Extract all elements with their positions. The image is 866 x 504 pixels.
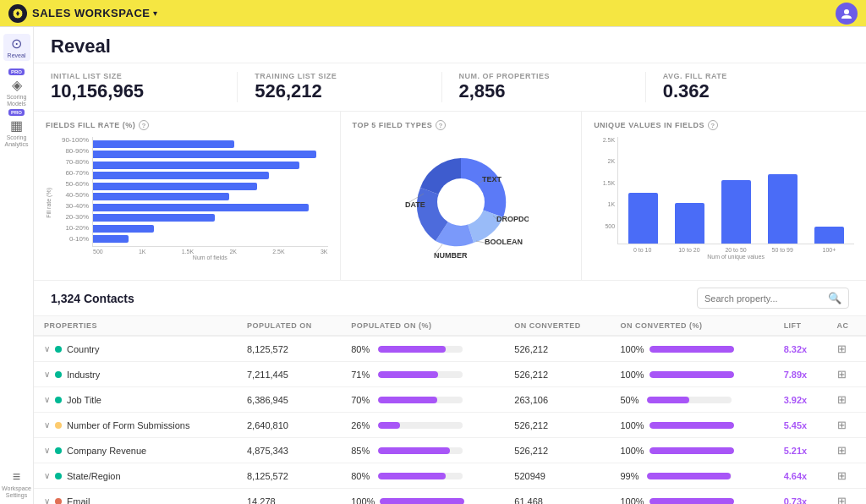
cell-action-1[interactable]: ⊞	[827, 362, 866, 387]
col-populated-on[interactable]: POPULATED ON	[237, 316, 341, 336]
sidebar-scoring-models-label: Scoring Models	[3, 94, 30, 107]
cell-on-converted-pct-0: 100%	[610, 336, 773, 362]
unique-values-x-axis-title: Num of unique values	[617, 254, 854, 260]
cell-on-converted-pct-2: 50%	[610, 387, 773, 413]
unique-values-chart-title: UNIQUE VALUES IN FIELDS ?	[594, 120, 854, 130]
svg-line-10	[476, 241, 485, 243]
populated-bar-0	[378, 346, 463, 353]
cell-on-converted-6: 61,468	[504, 489, 610, 505]
cell-on-converted-pct-1: 100%	[610, 362, 773, 387]
y-label-5: 40-50%	[55, 192, 92, 199]
content-area: Reveal INITIAL LIST SIZE 10,156,965 TRAI…	[34, 27, 866, 504]
cell-action-6[interactable]: ⊞	[827, 489, 866, 505]
unique-values-help-icon[interactable]: ?	[708, 120, 718, 130]
top-navbar: SALES WORKSPACE ▾	[0, 0, 866, 27]
col-on-converted[interactable]: ON CONVERTED	[504, 316, 610, 336]
properties-table: PROPERTIES POPULATED ON POPULATED ON (%)…	[34, 316, 866, 504]
sidebar-item-workspace-settings[interactable]: ≡ Workspace Settings	[3, 470, 30, 497]
stat-label-2: NUM. OF PROPERTIES	[459, 72, 628, 80]
populated-bar-6	[380, 498, 464, 505]
populated-bar-5	[378, 473, 463, 479]
converted-bar-4	[650, 447, 734, 454]
workspace-chevron[interactable]: ▾	[153, 8, 157, 18]
cell-lift-5: 4.64x	[774, 463, 827, 489]
fill-rate-help-icon[interactable]: ?	[139, 120, 149, 130]
stat-label-1: TRAINING LIST SIZE	[255, 72, 424, 80]
col-ac[interactable]: AC	[827, 316, 866, 336]
expand-arrow-4[interactable]: ∨	[44, 446, 50, 455]
field-types-help-icon[interactable]: ?	[436, 120, 446, 130]
cell-populated-pct-6: 100%	[341, 489, 504, 505]
col-on-converted-pct[interactable]: ON CONVERTED (%)	[610, 316, 773, 336]
expand-arrow-6[interactable]: ∨	[44, 496, 50, 504]
cell-populated-on-6: 14,278	[237, 489, 341, 505]
dot-2	[55, 397, 62, 403]
sidebar-item-scoring-models[interactable]: PRO ◈ Scoring Models	[3, 74, 30, 101]
expand-arrow-0[interactable]: ∨	[44, 344, 50, 353]
unique-values-chart-panel: UNIQUE VALUES IN FIELDS ? 2.5K 2K 1.5K 1…	[582, 112, 866, 280]
sidebar-item-scoring-analytics[interactable]: PRO ▦ Scoring Analytics	[3, 115, 30, 142]
property-name-5: State/Region	[67, 471, 121, 481]
sidebar-item-reveal[interactable]: ⊙ Reveal	[3, 34, 30, 61]
property-name-0: Country	[67, 344, 100, 354]
page-header: Reveal	[34, 27, 866, 63]
dot-0	[55, 346, 62, 353]
cell-populated-on-5: 8,125,572	[237, 463, 341, 489]
cell-action-5[interactable]: ⊞	[827, 463, 866, 489]
col-populated-pct[interactable]: POPULATED ON (%)	[341, 316, 504, 336]
expand-arrow-3[interactable]: ∨	[44, 420, 50, 430]
sidebar: ⊙ Reveal PRO ◈ Scoring Models PRO ▦ Scor…	[0, 27, 34, 504]
stat-value-1: 526,212	[255, 80, 424, 102]
cell-action-0[interactable]: ⊞	[827, 336, 866, 362]
y-label-4: 50-60%	[55, 181, 92, 188]
col-properties[interactable]: PROPERTIES	[34, 316, 237, 336]
cell-lift-0: 8.32x	[774, 336, 827, 362]
search-box[interactable]: 🔍	[697, 288, 849, 309]
cell-lift-6: 0.73x	[774, 489, 827, 505]
page-title: Reveal	[51, 36, 849, 58]
search-input[interactable]	[704, 293, 823, 304]
cell-lift-3: 5.45x	[774, 413, 827, 438]
property-name-4: Company Revenue	[67, 446, 146, 456]
svg-point-2	[437, 178, 485, 226]
table-row: ∨ Job Title 6,386,945 70% 263,106 50%	[34, 387, 866, 413]
cell-populated-pct-0: 80%	[341, 336, 504, 362]
expand-arrow-5[interactable]: ∨	[44, 471, 50, 480]
svg-point-1	[844, 9, 849, 14]
table-section: 1,324 Contacts 🔍 PROPERTIES POPULATED ON…	[34, 281, 866, 504]
bar-chart-bars	[92, 137, 328, 247]
cell-property-1: ∨ Industry	[34, 362, 237, 387]
cell-on-converted-2: 263,106	[504, 387, 610, 413]
col-lift[interactable]: LIFT	[774, 316, 827, 336]
user-avatar[interactable]	[836, 3, 858, 25]
svg-text:TEXT: TEXT	[482, 175, 502, 184]
sidebar-reveal-label: Reveal	[8, 52, 26, 59]
y-label-1: 80-90%	[55, 148, 92, 155]
converted-bar-3	[650, 422, 734, 429]
y-label-8: 10-20%	[55, 225, 92, 232]
stat-label-0: INITIAL LIST SIZE	[51, 72, 220, 80]
converted-bar-2	[647, 397, 732, 403]
cell-lift-1: 7.89x	[774, 362, 827, 387]
bar-chart-x-axis-title: Num of fields	[92, 255, 328, 260]
expand-arrow-2[interactable]: ∨	[44, 395, 50, 404]
fill-rate-y-axis-title: Fill rate (%)	[46, 188, 52, 218]
table-row: ∨ State/Region 8,125,572 80% 520949 99%	[34, 463, 866, 489]
expand-arrow-1[interactable]: ∨	[44, 370, 50, 379]
dot-5	[55, 473, 62, 479]
cell-populated-on-0: 8,125,572	[237, 336, 341, 362]
pro-badge: PRO	[8, 68, 25, 75]
cell-property-0: ∨ Country	[34, 336, 237, 362]
stat-num-properties: NUM. OF PROPERTIES 2,856	[459, 72, 646, 102]
table-wrapper[interactable]: PROPERTIES POPULATED ON POPULATED ON (%)…	[34, 316, 866, 504]
workspace-name: SALES WORKSPACE	[32, 7, 150, 19]
cell-action-3[interactable]: ⊞	[827, 413, 866, 438]
cell-action-4[interactable]: ⊞	[827, 438, 866, 463]
dot-6	[55, 498, 62, 505]
cell-on-converted-5: 520949	[504, 463, 610, 489]
cell-action-2[interactable]: ⊞	[827, 387, 866, 413]
y-label-0: 90-100%	[55, 137, 92, 144]
y-label-6: 30-40%	[55, 203, 92, 210]
stat-value-2: 2,856	[459, 80, 628, 102]
cell-on-converted-4: 526,212	[504, 438, 610, 463]
